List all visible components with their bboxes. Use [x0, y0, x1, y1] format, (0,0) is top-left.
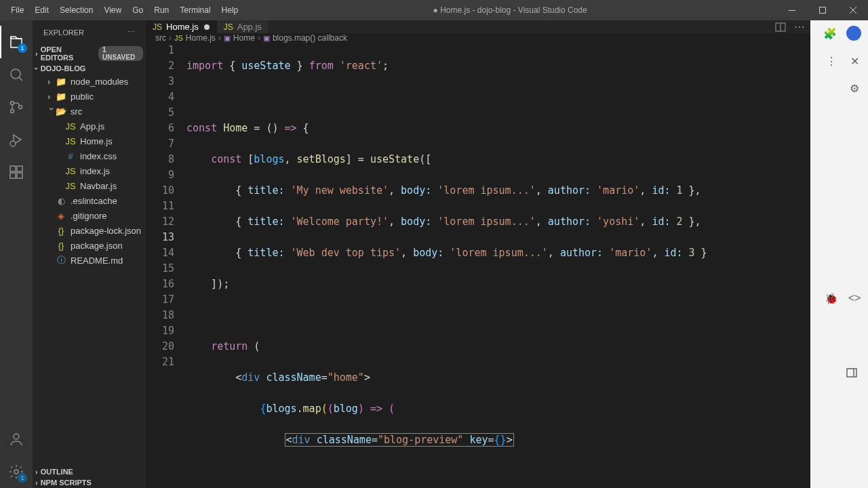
- code-content[interactable]: import { useState } from 'react'; const …: [186, 43, 810, 488]
- extension-icon[interactable]: 🧩: [823, 26, 837, 40]
- explorer-badge: 1: [18, 43, 27, 53]
- window-controls: [776, 0, 868, 20]
- folder-src[interactable]: ›📂src: [33, 104, 146, 119]
- file-readme[interactable]: ⓘREADME.md: [33, 253, 146, 268]
- sidebar: EXPLORER ⋯ › OPEN EDITORS 1 UNSAVED › DO…: [33, 20, 146, 488]
- line-numbers: 123456789101112131415161718192021: [146, 43, 186, 488]
- file-home-js[interactable]: JSHome.js: [33, 134, 146, 148]
- menu-selection[interactable]: Selection: [54, 0, 98, 20]
- file-navbar-js[interactable]: JSNavbar.js: [33, 178, 146, 193]
- menu-view[interactable]: View: [98, 0, 127, 20]
- unsaved-badge: 1 UNSAVED: [98, 46, 143, 61]
- svg-point-13: [14, 470, 18, 474]
- activity-bar: 1 1: [0, 20, 33, 488]
- menu-bar: File Edit Selection View Go Run Terminal…: [0, 0, 243, 20]
- svg-line-3: [19, 77, 22, 81]
- dirty-indicator-icon: [204, 24, 210, 30]
- search-icon[interactable]: [0, 58, 33, 91]
- chevron-right-icon: ›: [258, 33, 260, 43]
- sidebar-title: EXPLORER ⋯: [33, 20, 146, 44]
- file-index-css[interactable]: #index.css: [33, 148, 146, 163]
- outline-section[interactable]: ›OUTLINE: [33, 466, 146, 477]
- svg-point-2: [11, 69, 20, 79]
- chevron-right-icon: ›: [169, 33, 172, 43]
- svg-point-4: [11, 102, 14, 105]
- svg-rect-1: [819, 7, 825, 14]
- chevron-right-icon: ›: [35, 49, 38, 58]
- svg-rect-9: [10, 173, 16, 178]
- tab-bar: JSHome.js JSApp.js ⋯: [146, 20, 810, 33]
- account-icon[interactable]: [0, 423, 33, 455]
- more-icon[interactable]: ⋮: [825, 54, 838, 68]
- code-editor[interactable]: 123456789101112131415161718192021 import…: [146, 43, 810, 488]
- gear-icon[interactable]: ⚙: [848, 81, 861, 95]
- right-panel: 🧩 ⋮ ✕ ⚙ 🐞 <>: [810, 20, 868, 488]
- close-button[interactable]: [837, 0, 868, 20]
- file-eslintcache[interactable]: ◐.eslintcache: [33, 193, 146, 208]
- more-actions-icon[interactable]: ⋯: [794, 20, 805, 33]
- file-package-json[interactable]: {}package.json: [33, 238, 146, 253]
- maximize-button[interactable]: [807, 0, 837, 20]
- dock-icon[interactable]: [845, 366, 859, 380]
- source-control-icon[interactable]: [0, 91, 33, 123]
- tab-home-js[interactable]: JSHome.js: [146, 20, 217, 33]
- svg-rect-8: [10, 166, 16, 171]
- menu-go[interactable]: Go: [127, 0, 149, 20]
- open-editors-section[interactable]: › OPEN EDITORS 1 UNSAVED: [33, 44, 146, 63]
- project-section[interactable]: › DOJO-BLOG: [33, 63, 146, 74]
- more-icon[interactable]: ⋯: [127, 28, 135, 37]
- svg-rect-0: [789, 10, 795, 11]
- file-index-js[interactable]: JSindex.js: [33, 163, 146, 178]
- avatar-icon[interactable]: [846, 26, 861, 41]
- breadcrumbs[interactable]: src › JSHome.js › ▣Home › ▣blogs.map() c…: [146, 33, 810, 43]
- bug-icon[interactable]: 🐞: [825, 291, 838, 305]
- minimize-button[interactable]: [776, 0, 807, 20]
- npm-scripts-section[interactable]: ›NPM SCRIPTS: [33, 477, 146, 488]
- titlebar: File Edit Selection View Go Run Terminal…: [0, 0, 868, 20]
- js-icon: JS: [153, 22, 162, 32]
- svg-point-6: [19, 106, 22, 109]
- chevron-down-icon: ›: [33, 67, 41, 70]
- menu-help[interactable]: Help: [216, 0, 244, 20]
- svg-point-5: [11, 110, 14, 113]
- menu-terminal[interactable]: Terminal: [174, 0, 216, 20]
- svg-rect-16: [847, 369, 856, 377]
- tab-app-js[interactable]: JSApp.js: [217, 20, 269, 33]
- crumb-callback: ▣blogs.map() callback: [263, 33, 347, 43]
- svg-point-7: [10, 141, 16, 146]
- crumb-home-fn: ▣Home: [224, 33, 255, 43]
- menu-file[interactable]: File: [5, 0, 29, 20]
- menu-run[interactable]: Run: [149, 0, 174, 20]
- crumb-home-js: JSHome.js: [174, 33, 216, 43]
- chevron-right-icon: ›: [218, 33, 221, 43]
- svg-rect-10: [17, 173, 22, 178]
- folder-node-modules[interactable]: ›📁node_modules: [33, 74, 146, 89]
- file-gitignore[interactable]: ◈.gitignore: [33, 208, 146, 223]
- debug-icon[interactable]: [0, 123, 33, 156]
- window-title: ● Home.js - dojo-blog - Visual Studio Co…: [243, 5, 776, 15]
- svg-rect-11: [17, 166, 22, 171]
- split-editor-icon[interactable]: [775, 22, 786, 33]
- crumb-src: src: [155, 33, 166, 43]
- close-icon[interactable]: ✕: [848, 54, 861, 68]
- file-package-lock[interactable]: {}package-lock.json: [33, 223, 146, 238]
- menu-edit[interactable]: Edit: [29, 0, 54, 20]
- code-icon[interactable]: <>: [848, 291, 861, 305]
- editor-area: JSHome.js JSApp.js ⋯ src › JSHome.js › ▣…: [146, 20, 810, 488]
- explorer-icon[interactable]: 1: [0, 26, 33, 58]
- settings-badge: 1: [18, 473, 27, 483]
- svg-point-12: [14, 434, 19, 439]
- extensions-icon[interactable]: [0, 156, 33, 188]
- js-icon: JS: [224, 22, 233, 32]
- settings-icon[interactable]: 1: [0, 455, 33, 488]
- file-app-js[interactable]: JSApp.js: [33, 119, 146, 134]
- folder-public[interactable]: ›📁public: [33, 89, 146, 104]
- file-tree: ›📁node_modules ›📁public ›📂src JSApp.js J…: [33, 74, 146, 268]
